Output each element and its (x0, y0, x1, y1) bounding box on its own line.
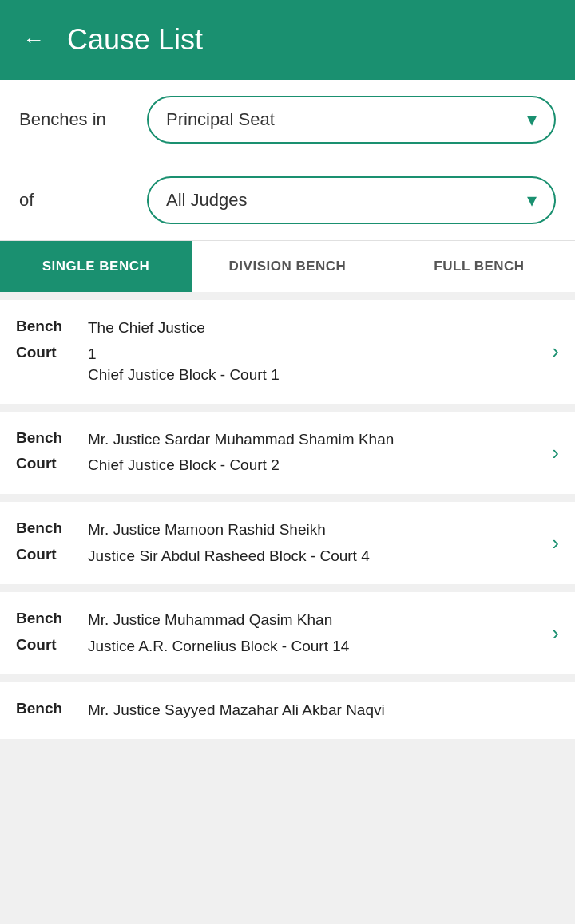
bench-row-3: Bench Mr. Justice Mamoon Rashid Sheikh (16, 519, 544, 541)
bench-row-5: Bench Mr. Justice Sayyed Mazahar Ali Akb… (16, 700, 559, 721)
bench-row-4: Bench Mr. Justice Muhammad Qasim Khan (16, 610, 544, 631)
bench-info-4: Bench Mr. Justice Muhammad Qasim Khan Co… (16, 610, 544, 657)
bench-val-5: Mr. Justice Sayyed Mazahar Ali Akbar Naq… (88, 700, 559, 721)
bench-key-5: Bench (16, 700, 88, 721)
bench-card-3[interactable]: Bench Mr. Justice Mamoon Rashid Sheikh C… (0, 502, 575, 584)
judges-dropdown-arrow: ▾ (527, 189, 537, 211)
bench-info-2: Bench Mr. Justice Sardar Muhammad Shamim… (16, 429, 544, 476)
benches-label: Benches in (19, 109, 147, 130)
bench-key-2: Bench (16, 429, 88, 451)
court-val-4: Justice A.R. Cornelius Block - Court 14 (88, 636, 544, 657)
app-header: ← Cause List (0, 0, 575, 80)
bench-card-5[interactable]: Bench Mr. Justice Sayyed Mazahar Ali Akb… (0, 682, 575, 739)
court-val-2: Chief Justice Block - Court 2 (88, 455, 544, 476)
chevron-right-1: › (552, 339, 559, 364)
court-row-3: Court Justice Sir Abdul Rasheed Block - … (16, 546, 544, 567)
benches-value: Principal Seat (166, 109, 275, 130)
judges-filter-row: of All Judges ▾ (0, 160, 575, 241)
bench-val-2: Mr. Justice Sardar Muhammad Shamim Khan (88, 429, 544, 451)
bench-val-4: Mr. Justice Muhammad Qasim Khan (88, 610, 544, 631)
court-row-1: Court 1 Chief Justice Block - Court 1 (16, 344, 544, 386)
court-key-1: Court (16, 344, 88, 386)
judges-dropdown[interactable]: All Judges ▾ (147, 176, 556, 224)
chevron-right-3: › (552, 531, 559, 555)
court-val-1: 1 Chief Justice Block - Court 1 (88, 344, 544, 386)
benches-dropdown[interactable]: Principal Seat ▾ (147, 96, 556, 144)
bench-val-1: The Chief Justice (88, 318, 544, 339)
bench-key-1: Bench (16, 318, 88, 339)
court-number-1: 1 (88, 344, 544, 365)
court-location-1: Chief Justice Block - Court 1 (88, 365, 544, 386)
bench-info-3: Bench Mr. Justice Mamoon Rashid Sheikh C… (16, 519, 544, 567)
bench-info-5: Bench Mr. Justice Sayyed Mazahar Ali Akb… (16, 700, 559, 721)
bench-card-4[interactable]: Bench Mr. Justice Muhammad Qasim Khan Co… (0, 592, 575, 674)
bench-type-tabs: SINGLE BENCH DIVISION BENCH FULL BENCH (0, 241, 575, 292)
bench-val-3: Mr. Justice Mamoon Rashid Sheikh (88, 519, 544, 541)
bench-info-1: Bench The Chief Justice Court 1 Chief Ju… (16, 318, 544, 386)
benches-filter-row: Benches in Principal Seat ▾ (0, 80, 575, 160)
chevron-right-2: › (552, 440, 559, 465)
of-label: of (19, 190, 147, 211)
court-val-3: Justice Sir Abdul Rasheed Block - Court … (88, 546, 544, 567)
bench-row-1: Bench The Chief Justice (16, 318, 544, 339)
filter-section: Benches in Principal Seat ▾ of All Judge… (0, 80, 575, 241)
judges-value: All Judges (166, 190, 248, 211)
back-button[interactable]: ← (16, 21, 51, 59)
court-key-3: Court (16, 546, 88, 567)
court-row-4: Court Justice A.R. Cornelius Block - Cou… (16, 636, 544, 657)
back-icon: ← (22, 27, 45, 52)
court-row-2: Court Chief Justice Block - Court 2 (16, 455, 544, 476)
tab-single-bench[interactable]: SINGLE BENCH (0, 241, 192, 292)
chevron-right-4: › (552, 621, 559, 646)
tab-full-bench[interactable]: FULL BENCH (383, 241, 575, 292)
bench-card-1[interactable]: Bench The Chief Justice Court 1 Chief Ju… (0, 300, 575, 404)
bench-card-2[interactable]: Bench Mr. Justice Sardar Muhammad Shamim… (0, 412, 575, 494)
bench-key-3: Bench (16, 519, 88, 541)
bench-key-4: Bench (16, 610, 88, 631)
tab-division-bench[interactable]: DIVISION BENCH (192, 241, 383, 292)
bench-row-2: Bench Mr. Justice Sardar Muhammad Shamim… (16, 429, 544, 451)
benches-dropdown-arrow: ▾ (527, 109, 537, 131)
court-key-2: Court (16, 455, 88, 476)
bench-list: Bench The Chief Justice Court 1 Chief Ju… (0, 292, 575, 755)
court-key-4: Court (16, 636, 88, 657)
page-title: Cause List (67, 23, 203, 57)
